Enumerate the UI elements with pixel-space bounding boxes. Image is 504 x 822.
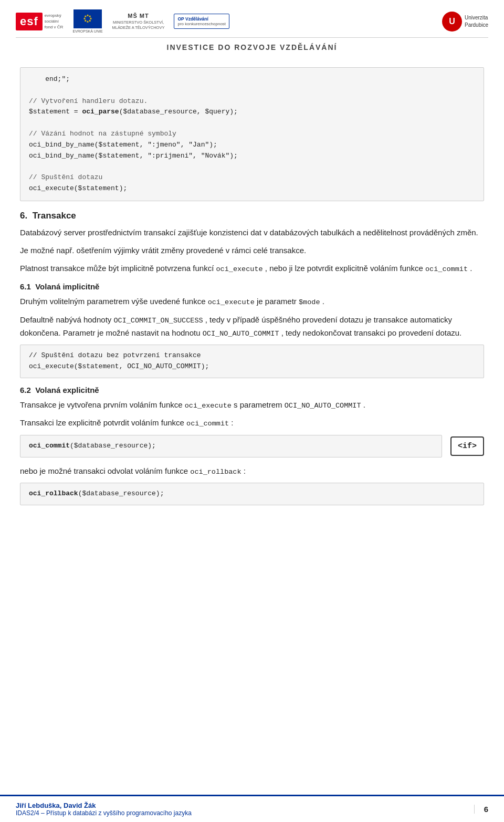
up-logo: U Univerzita Pardubice bbox=[442, 12, 488, 32]
section6-title: Transakce bbox=[33, 211, 76, 221]
msmt-subtext: MINISTERSTVO ŠKOLSTVÍ,MLÁDEŽE A TĚLOVÝCH… bbox=[112, 20, 165, 30]
content: end;"; // Vytvoření handleru dotazu. $st… bbox=[0, 58, 504, 795]
footer: Jiří Lebduška, David Žák IDAS2/4 – Příst… bbox=[0, 795, 504, 822]
oci-commit-code1: oci_commit bbox=[425, 265, 468, 273]
section6-para1: Databázový server prostřednictvím transa… bbox=[20, 226, 484, 239]
sub61-para1: Druhým volitelným parametrem výše uveden… bbox=[20, 295, 484, 308]
oci-no-auto-code2: OCI_NO_AUTO_COMMIT bbox=[285, 402, 361, 410]
footer-left: Jiří Lebduška, David Žák IDAS2/4 – Příst… bbox=[16, 802, 192, 817]
if-badge: <if> bbox=[450, 436, 484, 456]
oci-commit-success-code: OCI_COMMIT_ON_SUCCESS bbox=[113, 317, 203, 325]
esf-logo: esf evropský sociální fond v ČR bbox=[16, 13, 63, 30]
footer-author: Jiří Lebduška, David Žák bbox=[16, 802, 192, 809]
header: esf evropský sociální fond v ČR bbox=[0, 0, 504, 58]
footer-course: IDAS2/4 – Přístup k databázi z vyššího p… bbox=[16, 809, 192, 817]
page: esf evropský sociální fond v ČR bbox=[0, 0, 504, 822]
eu-flag-svg bbox=[74, 9, 102, 28]
sub61-para2: Defaultně nabývá hodnoty OCI_COMMIT_ON_S… bbox=[20, 314, 484, 339]
sub62-heading: 6.2 Volaná explicitně bbox=[20, 386, 484, 394]
oci-execute-code2: oci_execute bbox=[208, 298, 255, 306]
msmt-logo: MŠ MT MINISTERSTVO ŠKOLSTVÍ,MLÁDEŽE A TĚ… bbox=[112, 13, 165, 30]
section6-number: 6. bbox=[20, 211, 27, 221]
oci-execute-code1: oci_execute bbox=[216, 265, 263, 273]
sub62-para2: Transakci lze explicitně potvrdit volání… bbox=[20, 417, 484, 430]
header-title: INVESTICE DO ROZVOJE VZDĚLÁVÁNÍ bbox=[16, 43, 488, 51]
code-block-commit: oci_commit($database_resource); bbox=[20, 435, 442, 457]
mode-code: $mode bbox=[299, 298, 320, 306]
esf-box: esf bbox=[16, 13, 43, 30]
esf-text3: fond v ČR bbox=[45, 24, 64, 30]
oci-commit-code2: oci_commit bbox=[186, 420, 229, 428]
esf-text1: evropský bbox=[45, 13, 64, 18]
up-text: Univerzita Pardubice bbox=[465, 14, 488, 29]
oci-no-auto-code1: OCI_NO_AUTO_COMMIT bbox=[203, 330, 279, 338]
op-logo: OP Vzdělávání pro konkurenceschopnost bbox=[174, 14, 229, 29]
footer-page: 6 bbox=[474, 805, 488, 814]
oci-rollback-code1: oci_rollback bbox=[190, 468, 241, 476]
section6-para3: Platnost transakce může být implicitně p… bbox=[20, 262, 484, 275]
sub62-para1: Transakce je vytvořena prvním voláním fu… bbox=[20, 399, 484, 412]
up-text2: Pardubice bbox=[465, 22, 488, 29]
header-logos: esf evropský sociální fond v ČR bbox=[16, 9, 488, 33]
up-circle: U bbox=[442, 12, 462, 32]
sub62-para3: nebo je možné transakci odvolat voláním … bbox=[20, 465, 484, 478]
oci-execute-code3: oci_execute bbox=[185, 402, 232, 410]
eu-text: EVROPSKÁ UNIE bbox=[72, 29, 102, 33]
commit-code-area: oci_commit($database_resource); <if> bbox=[20, 435, 484, 457]
op-text1: OP Vzdělávání bbox=[177, 16, 226, 22]
header-divider bbox=[16, 37, 488, 38]
svg-rect-0 bbox=[74, 9, 102, 28]
op-text2: pro konkurenceschopnost bbox=[177, 22, 226, 26]
section6-para2: Je možné např. ošetřením výjimky vrátit … bbox=[20, 244, 484, 257]
up-text1: Univerzita bbox=[465, 14, 488, 22]
code-block-execute: // Spuštění dotazu bez potvrzení transak… bbox=[20, 345, 484, 378]
code-block-top: end;"; // Vytvoření handleru dotazu. $st… bbox=[20, 67, 484, 201]
esf-text2: sociální bbox=[45, 18, 64, 24]
code-block-rollback: oci_rollback($database_resource); bbox=[20, 483, 484, 505]
sub61-heading: 6.1 Volaná implicitně bbox=[20, 282, 484, 291]
section6-heading: 6. Transakce bbox=[20, 211, 484, 221]
eu-flag: EVROPSKÁ UNIE bbox=[72, 9, 102, 33]
msmt-text: MŠ MT bbox=[128, 13, 149, 19]
